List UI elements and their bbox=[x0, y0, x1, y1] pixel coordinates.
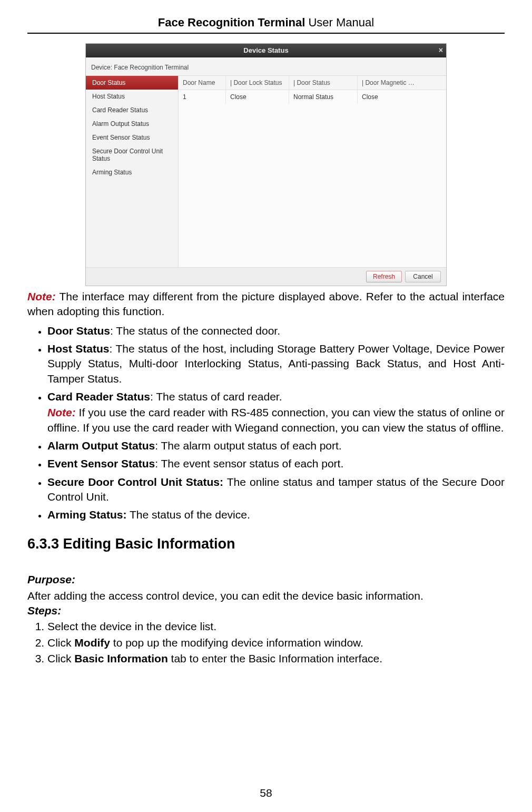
steps-label: Steps: bbox=[27, 603, 505, 618]
dialog-titlebar: Device Status × bbox=[86, 44, 446, 57]
table-area: Door Name | Door Lock Status | Door Stat… bbox=[179, 76, 446, 267]
note-text: The interface may different from the pic… bbox=[27, 290, 505, 317]
purpose-text: After adding the access control device, … bbox=[27, 589, 505, 603]
th-door-name: Door Name bbox=[179, 76, 226, 90]
sidebar-item-arming-status[interactable]: Arming Status bbox=[86, 165, 178, 179]
note-label: Note: bbox=[27, 290, 56, 302]
purpose-label: Purpose: bbox=[27, 572, 505, 587]
subnote-label: Note: bbox=[47, 406, 76, 418]
bullet-list: Door Status: The status of the connected… bbox=[27, 324, 505, 523]
td-door-lock-status: Close bbox=[226, 90, 289, 104]
td-door-magnetic: Close bbox=[358, 90, 446, 104]
sidebar-item-secure-door-control[interactable]: Secure Door Control Unit Status bbox=[86, 144, 178, 165]
sidebar-item-card-reader-status[interactable]: Card Reader Status bbox=[86, 103, 178, 117]
dialog-title: Device Status bbox=[243, 46, 288, 54]
header-title-rest: User Manual bbox=[305, 16, 374, 29]
close-icon[interactable]: × bbox=[439, 46, 443, 54]
bullet-card-reader-status: Card Reader Status: The status of card r… bbox=[47, 389, 505, 435]
bullet-event-sensor-status: Event Sensor Status: The event sensor st… bbox=[47, 456, 505, 471]
note-paragraph: Note: The interface may different from t… bbox=[27, 289, 505, 319]
steps-list: Select the device in the device list. Cl… bbox=[27, 619, 505, 666]
bullet-host-status: Host Status: The status of the host, inc… bbox=[47, 341, 505, 386]
step-1: Select the device in the device list. bbox=[47, 619, 505, 634]
device-label: Device: Face Recognition Terminal bbox=[86, 57, 446, 75]
th-door-magnetic: | Door Magnetic … bbox=[358, 76, 446, 90]
sidebar-item-alarm-output-status[interactable]: Alarm Output Status bbox=[86, 117, 178, 131]
sidebar-item-event-sensor-status[interactable]: Event Sensor Status bbox=[86, 131, 178, 144]
bullet-door-status: Door Status: The status of the connected… bbox=[47, 324, 505, 338]
cancel-button[interactable]: Cancel bbox=[405, 271, 441, 282]
sidebar: Door Status Host Status Card Reader Stat… bbox=[86, 76, 179, 267]
td-door-name: 1 bbox=[179, 90, 226, 104]
page-header: Face Recognition Terminal User Manual bbox=[27, 0, 505, 34]
th-door-status: | Door Status bbox=[289, 76, 358, 90]
bullet-alarm-output-status: Alarm Output Status: The alarm output st… bbox=[47, 438, 505, 453]
sidebar-item-host-status[interactable]: Host Status bbox=[86, 90, 178, 103]
td-door-status: Normal Status bbox=[289, 90, 358, 104]
step-3: Click Basic Information tab to enter the… bbox=[47, 651, 505, 666]
bullet-secure-door-control: Secure Door Control Unit Status: The onl… bbox=[47, 475, 505, 505]
device-status-dialog: Device Status × Device: Face Recognition… bbox=[85, 43, 447, 286]
sidebar-item-door-status[interactable]: Door Status bbox=[86, 76, 178, 90]
header-title-bold: Face Recognition Terminal bbox=[158, 16, 306, 29]
table-header: Door Name | Door Lock Status | Door Stat… bbox=[179, 76, 446, 90]
page-number: 58 bbox=[0, 787, 532, 799]
dialog-footer: Refresh Cancel bbox=[86, 267, 446, 286]
th-door-lock-status: | Door Lock Status bbox=[226, 76, 289, 90]
heading-6-3-3: 6.3.3 Editing Basic Information bbox=[27, 534, 505, 553]
refresh-button[interactable]: Refresh bbox=[366, 271, 402, 282]
table-row[interactable]: 1 Close Normal Status Close bbox=[179, 90, 446, 104]
step-2: Click Modify to pop up the modifying dev… bbox=[47, 635, 505, 650]
bullet-arming-status: Arming Status: The status of the device. bbox=[47, 507, 505, 522]
subnote-text: If you use the card reader with RS-485 c… bbox=[47, 406, 505, 433]
